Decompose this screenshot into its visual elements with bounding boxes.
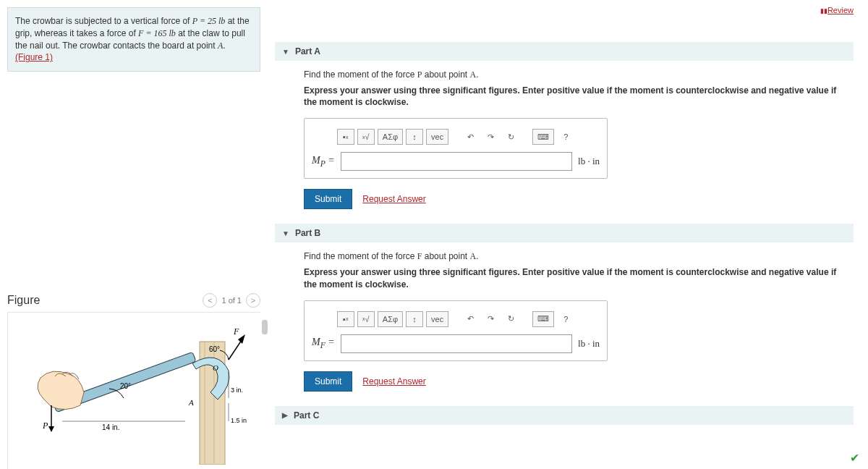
undo-icon[interactable]: ↶	[461, 311, 479, 327]
part-b-header[interactable]: ▼ Part B	[275, 224, 854, 242]
tool-arrows-button[interactable]: ↕	[406, 311, 423, 327]
svg-text:3 in.: 3 in.	[231, 386, 243, 394]
redo-icon[interactable]: ↷	[482, 311, 499, 327]
reset-icon[interactable]: ↻	[502, 129, 519, 145]
part-b-request-answer[interactable]: Request Answer	[362, 376, 425, 386]
svg-text:14 in.: 14 in.	[102, 423, 119, 431]
figure-next-button[interactable]: >	[246, 293, 260, 308]
figure-prev-button[interactable]: <	[203, 293, 217, 308]
figure-image: P F 60° O A 14 in. 20° 3 in	[7, 312, 260, 469]
part-b-answer-box: ▪x x√ ΑΣφ ↕ vec ↶ ↷ ↻ ⌨ ? MF = lb · in	[304, 300, 608, 361]
tool-template-button[interactable]: ▪x	[337, 129, 354, 145]
help-icon[interactable]: ?	[557, 129, 574, 145]
svg-text:O: O	[213, 363, 218, 372]
tool-template-button[interactable]: ▪x	[337, 311, 354, 327]
caret-down-icon: ▼	[282, 229, 289, 237]
caret-right-icon: ▶	[282, 411, 288, 419]
reset-icon[interactable]: ↻	[502, 311, 519, 327]
figure-title: Figure	[7, 294, 40, 307]
part-a-request-answer[interactable]: Request Answer	[362, 194, 425, 204]
keyboard-icon[interactable]: ⌨	[532, 129, 554, 145]
part-b-instructions: Express your answer using three signific…	[304, 266, 839, 290]
keyboard-icon[interactable]: ⌨	[532, 311, 554, 327]
tool-vec-button[interactable]: vec	[426, 129, 448, 145]
tool-vec-button[interactable]: vec	[426, 311, 448, 327]
undo-icon[interactable]: ↶	[461, 129, 479, 145]
svg-text:60°: 60°	[209, 345, 220, 353]
review-link[interactable]: Review	[820, 6, 854, 14]
svg-text:F: F	[233, 326, 239, 337]
part-a-prompt: Find the moment of the force P about poi…	[304, 69, 839, 80]
redo-icon[interactable]: ↷	[482, 129, 499, 145]
svg-marker-8	[238, 334, 245, 344]
svg-text:20°: 20°	[120, 382, 131, 390]
caret-down-icon: ▼	[282, 48, 289, 56]
svg-marker-5	[48, 426, 54, 432]
part-a-body: Find the moment of the force P about poi…	[275, 61, 854, 224]
figure-scrollbar[interactable]	[262, 320, 268, 334]
part-a-instructions: Express your answer using three signific…	[304, 85, 839, 108]
svg-text:P: P	[42, 421, 48, 431]
part-b-submit-button[interactable]: Submit	[304, 371, 352, 392]
part-b-unit: lb · in	[578, 338, 600, 350]
svg-text:A: A	[188, 398, 194, 407]
figure-link[interactable]: (Figure 1)	[15, 52, 53, 62]
part-a-input[interactable]	[341, 152, 572, 171]
help-icon[interactable]: ?	[557, 311, 574, 327]
check-icon: ✔	[850, 451, 859, 465]
part-a-unit: lb · in	[578, 156, 600, 167]
part-a-answer-box: ▪x x√ ΑΣφ ↕ vec ↶ ↷ ↻ ⌨ ? MP = lb · in	[304, 118, 608, 179]
part-a-header[interactable]: ▼ Part A	[275, 42, 854, 61]
tool-sqrt-button[interactable]: x√	[357, 129, 375, 145]
problem-statement: The crowbar is subjected to a vertical f…	[7, 7, 260, 72]
part-b-input[interactable]	[341, 334, 572, 353]
part-b-var-label: MF =	[312, 337, 335, 350]
tool-greek-button[interactable]: ΑΣφ	[378, 129, 403, 145]
part-a-submit-button[interactable]: Submit	[304, 189, 352, 209]
figure-counter: 1 of 1	[221, 296, 242, 305]
tool-greek-button[interactable]: ΑΣφ	[378, 311, 403, 327]
svg-text:1.5 in.: 1.5 in.	[231, 417, 247, 424]
tool-arrows-button[interactable]: ↕	[406, 129, 423, 145]
part-a-var-label: MP =	[312, 155, 335, 169]
part-c-header[interactable]: ▶ Part C	[275, 406, 854, 425]
part-b-body: Find the moment of the force F about poi…	[275, 242, 854, 405]
tool-sqrt-button[interactable]: x√	[357, 311, 375, 327]
part-b-prompt: Find the moment of the force F about poi…	[304, 251, 839, 262]
